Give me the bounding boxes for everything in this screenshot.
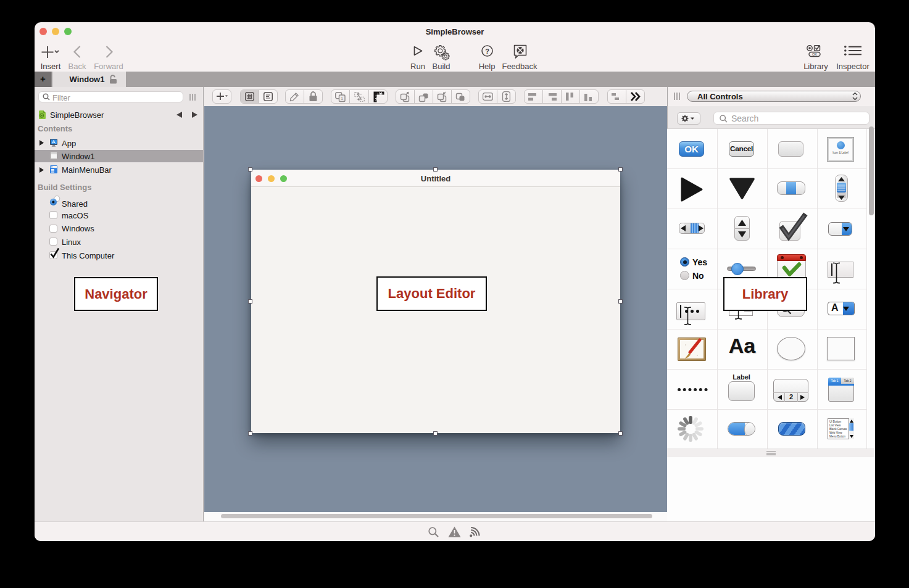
svg-text:?: ?	[485, 48, 489, 55]
svg-text:1: 1	[341, 96, 343, 101]
svg-text:OK: OK	[812, 52, 817, 56]
